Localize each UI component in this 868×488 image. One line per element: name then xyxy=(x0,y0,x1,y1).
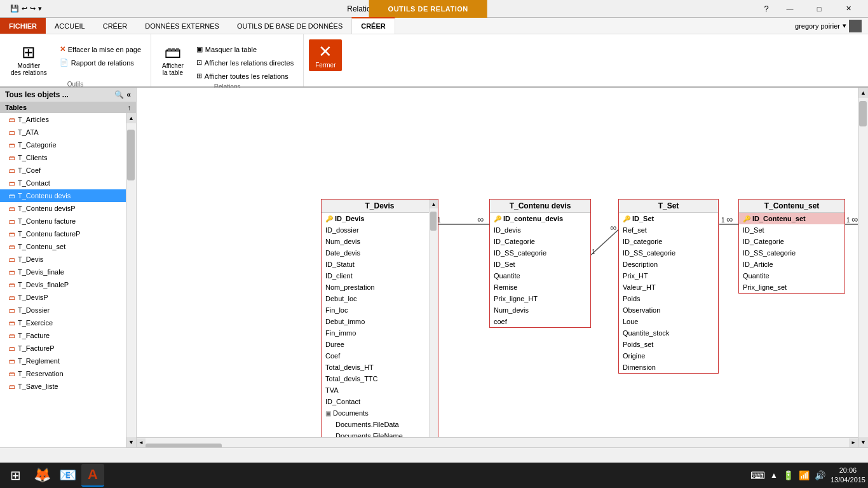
field-debut-immo[interactable]: Debut_immo xyxy=(322,316,438,327)
taskbar-up-icon[interactable]: ▲ xyxy=(770,471,778,480)
sidebar-item-t-facturep[interactable]: 🗃T_FactureP xyxy=(0,342,126,355)
field-duree[interactable]: Duree xyxy=(322,339,438,350)
sidebar-item-t-clients[interactable]: 🗃T_Clients xyxy=(0,151,126,164)
fermer-button[interactable]: ✕ Fermer xyxy=(309,39,342,71)
field-set-dimension[interactable]: Dimension xyxy=(619,362,718,373)
sidebar-item-t-contenu-facturep[interactable]: 🗃T_Contenu factureP xyxy=(0,227,126,240)
field-cs-id-categorie[interactable]: ID_Categorie xyxy=(739,236,844,247)
field-id-statut[interactable]: ID_Statut xyxy=(322,259,438,270)
sidebar-item-t-ata[interactable]: 🗃T_ATA xyxy=(0,126,126,139)
field-date-devis[interactable]: Date_devis xyxy=(322,247,438,259)
table-t-contenu-devis[interactable]: T_Contenu devis 🔑ID_contenu_devis ID_dev… xyxy=(489,199,591,328)
sidebar-item-t-devis-finale[interactable]: 🗃T_Devis_finale xyxy=(0,266,126,278)
field-set-loue[interactable]: Loue xyxy=(619,316,718,327)
diagram-scroll-up[interactable]: ▲ xyxy=(858,88,868,98)
field-cs-quantite[interactable]: Quantite xyxy=(739,270,844,281)
start-button[interactable]: ⊞ xyxy=(3,463,28,488)
sidebar-item-t-coef[interactable]: 🗃T_Coef xyxy=(0,164,126,177)
tables-sort-icon[interactable]: ↑ xyxy=(128,104,132,111)
field-cd-num-devis[interactable]: Num_devis xyxy=(490,304,590,316)
field-cd-id-categorie[interactable]: ID_Categorie xyxy=(490,236,590,247)
field-set-poids-set[interactable]: Poids_set xyxy=(619,339,718,350)
field-set-valeur-ht[interactable]: Valeur_HT xyxy=(619,281,718,293)
field-id-contenu-devis[interactable]: 🔑ID_contenu_devis xyxy=(490,213,590,224)
afficher-relations-directes-button[interactable]: ⊡ Afficher les relations directes xyxy=(192,57,298,69)
sidebar-item-t-reservation[interactable]: 🗃T_Reservation xyxy=(0,367,126,380)
afficher-table-button[interactable]: 🗃 Afficher la table xyxy=(156,39,189,79)
field-coef[interactable]: Coef xyxy=(322,350,438,362)
minimize-button[interactable]: — xyxy=(775,0,804,18)
field-documents-filedata[interactable]: Documents.FileData xyxy=(322,419,438,430)
sidebar-item-t-categorie[interactable]: 🗃T_Categorie xyxy=(0,139,126,151)
field-set-id-categorie[interactable]: ID_categorie xyxy=(619,236,718,247)
field-set-observation[interactable]: Observation xyxy=(619,304,718,316)
table-t-contenu-set[interactable]: T_Contenu_set 🔑ID_Contenu_set ID_Set ID_… xyxy=(738,199,845,294)
field-cd-id-set[interactable]: ID_Set xyxy=(490,259,590,270)
field-cs-id-set[interactable]: ID_Set xyxy=(739,224,844,236)
masquer-table-button[interactable]: ▣ Masquer la table xyxy=(192,43,298,55)
field-id-devis[interactable]: 🔑ID_Devis xyxy=(322,213,438,224)
taskbar-firefox-icon[interactable]: 🦊 xyxy=(31,464,53,487)
tab-creer[interactable]: CRÉER xyxy=(94,18,137,34)
field-set-poids[interactable]: Poids xyxy=(619,293,718,304)
afficher-toutes-relations-button[interactable]: ⊞ Afficher toutes les relations xyxy=(192,70,298,82)
table-t-devis[interactable]: T_Devis 🔑ID_Devis ID_dossier Num_devis D… xyxy=(321,199,438,437)
field-nom-prestation[interactable]: Nom_prestation xyxy=(322,281,438,293)
effacer-mise-en-page-button[interactable]: ✕ Effacer la mise en page xyxy=(55,43,146,55)
field-set-id-ss-categorie[interactable]: ID_SS_categorie xyxy=(619,247,718,259)
tab-accueil[interactable]: ACCUEIL xyxy=(46,18,94,34)
taskbar-access-icon[interactable]: A xyxy=(81,464,104,487)
field-set-description[interactable]: Description xyxy=(619,259,718,270)
field-set-origine[interactable]: Origine xyxy=(619,350,718,362)
field-cd-coef[interactable]: coef xyxy=(490,316,590,327)
tab-donnees-externes[interactable]: DONNÉES EXTERNES xyxy=(136,18,228,34)
field-cs-id-ss-categorie[interactable]: ID_SS_categorie xyxy=(739,247,844,259)
taskbar-volume-icon[interactable]: 🔊 xyxy=(815,470,825,480)
field-set-ref[interactable]: Ref_set xyxy=(619,224,718,236)
field-debut-loc[interactable]: Debut_loc xyxy=(322,293,438,304)
sidebar-item-t-contenu-devisp[interactable]: 🗃T_Contenu devisP xyxy=(0,202,126,215)
sidebar-item-t-devisp[interactable]: 🗃T_DevisP xyxy=(0,291,126,304)
sidebar-item-t-dossier[interactable]: 🗃T_Dossier xyxy=(0,304,126,316)
field-documents[interactable]: ▣Documents xyxy=(322,407,438,419)
quick-access-redo[interactable]: ↪ xyxy=(30,4,36,13)
field-cd-id-devis[interactable]: ID_devis xyxy=(490,224,590,236)
help-button[interactable]: ? xyxy=(757,0,775,18)
sidebar-item-t-contenu-devis[interactable]: 🗃T_Contenu devis xyxy=(0,189,126,202)
field-id-client[interactable]: ID_client xyxy=(322,270,438,281)
table-t-set[interactable]: T_Set 🔑ID_Set Ref_set ID_categorie ID_SS… xyxy=(618,199,719,374)
field-num-devis[interactable]: Num_devis xyxy=(322,236,438,247)
modifier-relations-button[interactable]: ⊞ Modifier des relations xyxy=(5,39,53,79)
field-cd-quantite[interactable]: Quantite xyxy=(490,270,590,281)
taskbar-outlook-icon[interactable]: 📧 xyxy=(56,464,79,487)
rapport-relations-button[interactable]: 📄 Rapport de relations xyxy=(55,57,146,69)
field-set-id-set[interactable]: 🔑ID_Set xyxy=(619,213,718,224)
taskbar-keyboard-icon[interactable]: ⌨ xyxy=(750,470,765,482)
field-id-dossier[interactable]: ID_dossier xyxy=(322,224,438,236)
field-tva[interactable]: TVA xyxy=(322,384,438,396)
tab-creer-active[interactable]: CRÉER xyxy=(351,17,395,34)
close-button[interactable]: ✕ xyxy=(834,0,863,18)
user-dropdown[interactable]: ▾ xyxy=(843,22,846,30)
sidebar-item-t-exercice[interactable]: 🗃T_Exercice xyxy=(0,316,126,329)
sidebar-item-t-devis[interactable]: 🗃T_Devis xyxy=(0,253,126,266)
field-documents-filename[interactable]: Documents.FileName xyxy=(322,430,438,437)
sidebar-item-t-reglement[interactable]: 🗃T_Reglement xyxy=(0,355,126,367)
sidebar-item-t-devis-finalep[interactable]: 🗃T_Devis_finaleP xyxy=(0,278,126,291)
maximize-button[interactable]: □ xyxy=(804,0,834,18)
field-id-contact[interactable]: ID_Contact xyxy=(322,396,438,407)
field-cd-remise[interactable]: Remise xyxy=(490,281,590,293)
field-cs-id-contenu-set[interactable]: 🔑ID_Contenu_set xyxy=(739,213,844,224)
quick-access-undo[interactable]: ↩ xyxy=(22,4,27,13)
sidebar-item-t-contenu-facture[interactable]: 🗃T_Contenu facture xyxy=(0,215,126,227)
field-total-devis-ht[interactable]: Total_devis_HT xyxy=(322,362,438,373)
sidebar-item-t-articles[interactable]: 🗃T_Articles xyxy=(0,113,126,126)
field-cs-prix-ligne-set[interactable]: Prix_ligne_set xyxy=(739,281,844,293)
field-cd-id-ss-categorie[interactable]: ID_SS_categorie xyxy=(490,247,590,259)
field-fin-immo[interactable]: Fin_immo xyxy=(322,327,438,339)
sidebar-scroll-down[interactable]: ▼ xyxy=(126,437,136,447)
sidebar-item-t-facture[interactable]: 🗃T_Facture xyxy=(0,329,126,342)
sidebar-item-t-contact[interactable]: 🗃T_Contact xyxy=(0,177,126,189)
tab-outils-bdd[interactable]: OUTILS DE BASE DE DONNÉES xyxy=(228,18,351,34)
quick-access-save[interactable]: 💾 xyxy=(10,4,19,13)
